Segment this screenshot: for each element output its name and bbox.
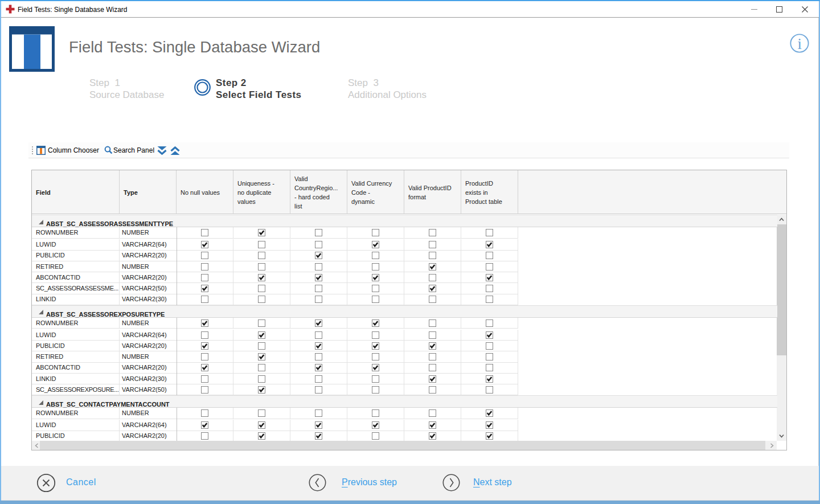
svg-text:i: i bbox=[798, 35, 802, 52]
